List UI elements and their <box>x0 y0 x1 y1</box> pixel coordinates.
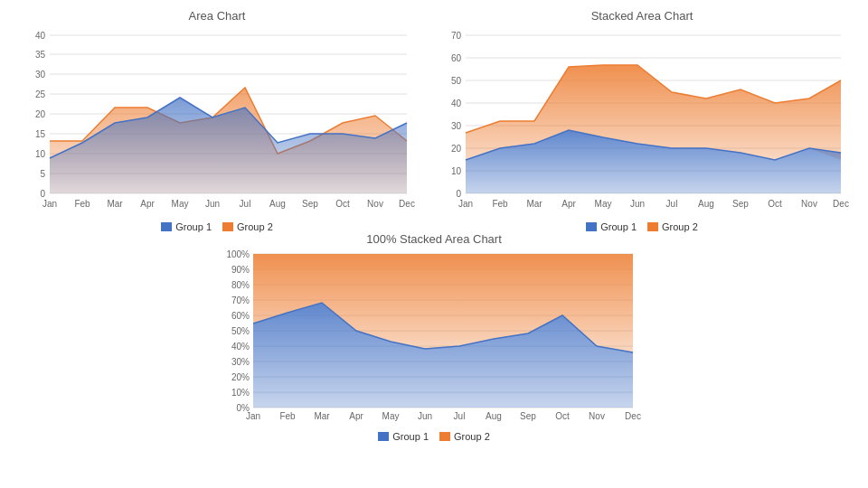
stacked100-x-axis: Jan Feb Mar Apr May Jun Jul Aug Sep Oct … <box>246 411 641 421</box>
svg-text:Aug: Aug <box>698 199 714 209</box>
stacked100-legend-group2-label: Group 2 <box>454 431 490 442</box>
svg-text:80%: 80% <box>231 280 250 290</box>
stacked100-chart-wrapper: 100% Stacked Area Chart <box>217 232 651 442</box>
svg-text:100%: 100% <box>226 249 250 259</box>
stacked-x-axis: Jan Feb Mar Apr May Jun Jul Aug Sep Oct … <box>458 199 849 209</box>
svg-text:Jul: Jul <box>666 199 678 209</box>
svg-text:Oct: Oct <box>555 411 570 421</box>
stacked100-outer: 100% Stacked Area Chart <box>9 232 859 442</box>
svg-text:60%: 60% <box>231 311 250 321</box>
svg-text:20: 20 <box>451 144 462 154</box>
svg-text:90%: 90% <box>231 265 250 275</box>
svg-text:Feb: Feb <box>279 411 296 421</box>
svg-text:10%: 10% <box>231 388 250 398</box>
svg-text:Jul: Jul <box>454 411 466 421</box>
svg-text:May: May <box>595 199 612 209</box>
area-chart-svg: 0 5 10 15 20 25 30 35 40 45 <box>18 26 416 216</box>
svg-text:30: 30 <box>451 121 462 131</box>
svg-text:20%: 20% <box>231 372 250 382</box>
stacked100-legend-group1: Group 1 <box>378 431 429 442</box>
stacked100-legend-group1-label: Group 1 <box>392 431 429 442</box>
svg-text:70%: 70% <box>231 296 250 305</box>
area-legend-group1: Group 1 <box>161 221 212 232</box>
svg-text:10: 10 <box>35 149 46 159</box>
svg-text:Sep: Sep <box>732 199 749 209</box>
svg-text:Mar: Mar <box>314 411 330 421</box>
svg-text:50: 50 <box>451 76 462 86</box>
area-chart-legend: Group 1 Group 2 <box>161 221 273 232</box>
svg-text:Jan: Jan <box>42 199 57 209</box>
svg-text:Oct: Oct <box>768 199 782 209</box>
area-legend-group2-label: Group 2 <box>237 221 273 232</box>
svg-text:Sep: Sep <box>302 199 318 209</box>
area-legend-group2-icon <box>222 222 233 231</box>
svg-text:Sep: Sep <box>520 411 536 421</box>
charts-container: Area Chart 0 5 <box>0 0 868 451</box>
svg-text:May: May <box>382 411 400 421</box>
stacked100-chart: 0% 10% 20% 30% 40% 50% 60% 70% 80% 90% 1… <box>217 249 651 427</box>
svg-text:Nov: Nov <box>367 199 383 209</box>
svg-text:Mar: Mar <box>526 199 542 209</box>
stacked-legend-group2-label: Group 2 <box>662 221 698 232</box>
svg-text:60: 60 <box>451 53 462 63</box>
stacked-chart-wrapper: Stacked Area Chart <box>425 9 859 232</box>
stacked100-chart-legend: Group 1 Group 2 <box>378 431 490 442</box>
stacked-legend-group2: Group 2 <box>647 221 698 232</box>
area-legend-group1-label: Group 1 <box>175 221 212 232</box>
svg-text:Dec: Dec <box>399 199 415 209</box>
stacked-chart: 0 10 20 30 40 50 60 70 Jan Feb <box>434 26 850 218</box>
svg-text:50%: 50% <box>231 326 250 336</box>
svg-text:5: 5 <box>40 169 45 179</box>
svg-text:70: 70 <box>451 31 462 41</box>
svg-text:35: 35 <box>35 50 46 60</box>
svg-text:15: 15 <box>35 129 46 139</box>
stacked100-legend-group2-icon <box>439 432 450 441</box>
svg-text:Feb: Feb <box>492 199 508 209</box>
svg-text:Jun: Jun <box>630 199 645 209</box>
area-x-axis: Jan Feb Mar Apr May Jun Jul Aug Sep Oct … <box>42 199 415 209</box>
svg-text:Mar: Mar <box>107 199 123 209</box>
stacked100-legend-group2: Group 2 <box>439 431 490 442</box>
stacked100-chart-title: 100% Stacked Area Chart <box>366 232 502 246</box>
svg-text:Nov: Nov <box>801 199 817 209</box>
area-chart: 0 5 10 15 20 25 30 35 40 45 <box>18 26 416 218</box>
svg-text:10: 10 <box>451 166 462 176</box>
svg-text:0: 0 <box>40 189 45 199</box>
svg-text:30%: 30% <box>231 357 250 367</box>
stacked-legend-group1-label: Group 1 <box>600 221 637 232</box>
area-legend-group1-icon <box>161 222 172 231</box>
stacked100-legend-group1-icon <box>378 432 389 441</box>
area-chart-title: Area Chart <box>189 9 246 23</box>
stacked-legend-group1: Group 1 <box>586 221 637 232</box>
svg-text:40%: 40% <box>231 342 250 352</box>
stacked-legend-group2-icon <box>647 222 658 231</box>
svg-text:Dec: Dec <box>833 199 849 209</box>
svg-text:Jan: Jan <box>246 411 260 421</box>
stacked-chart-title: Stacked Area Chart <box>591 9 693 23</box>
svg-text:Oct: Oct <box>335 199 350 209</box>
svg-text:Apr: Apr <box>140 199 155 209</box>
svg-text:40: 40 <box>35 31 46 41</box>
svg-text:Apr: Apr <box>561 199 576 209</box>
svg-text:20: 20 <box>35 109 46 119</box>
svg-text:Aug: Aug <box>269 199 286 209</box>
stacked100-chart-svg: 0% 10% 20% 30% 40% 50% 60% 70% 80% 90% 1… <box>217 249 651 426</box>
svg-text:0: 0 <box>456 189 461 199</box>
svg-text:Jul: Jul <box>240 199 251 209</box>
svg-text:Apr: Apr <box>349 411 363 421</box>
svg-text:Jun: Jun <box>418 411 432 421</box>
stacked-legend-group1-icon <box>586 222 597 231</box>
svg-text:Nov: Nov <box>589 411 605 421</box>
svg-text:30: 30 <box>35 70 46 80</box>
stacked-chart-legend: Group 1 Group 2 <box>586 221 698 232</box>
svg-text:Aug: Aug <box>486 411 502 421</box>
svg-text:Feb: Feb <box>74 199 90 209</box>
svg-text:Dec: Dec <box>625 411 641 421</box>
area-legend-group2: Group 2 <box>222 221 273 232</box>
stacked-chart-svg: 0 10 20 30 40 50 60 70 Jan Feb <box>434 26 850 216</box>
svg-text:25: 25 <box>35 89 46 99</box>
svg-text:Jan: Jan <box>458 199 473 209</box>
svg-text:May: May <box>172 199 189 209</box>
svg-text:Jun: Jun <box>205 199 220 209</box>
area-chart-wrapper: Area Chart 0 5 <box>9 9 425 232</box>
